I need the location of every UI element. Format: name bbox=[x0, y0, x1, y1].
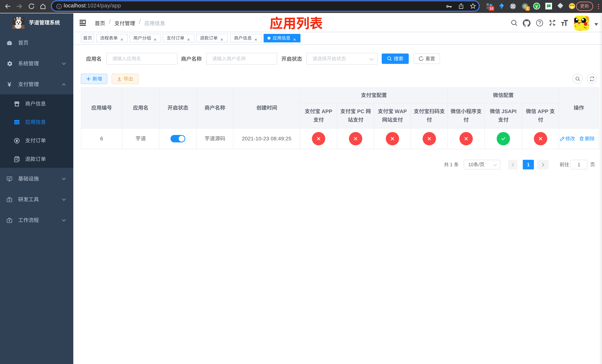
svg-text:y: y bbox=[536, 4, 538, 9]
